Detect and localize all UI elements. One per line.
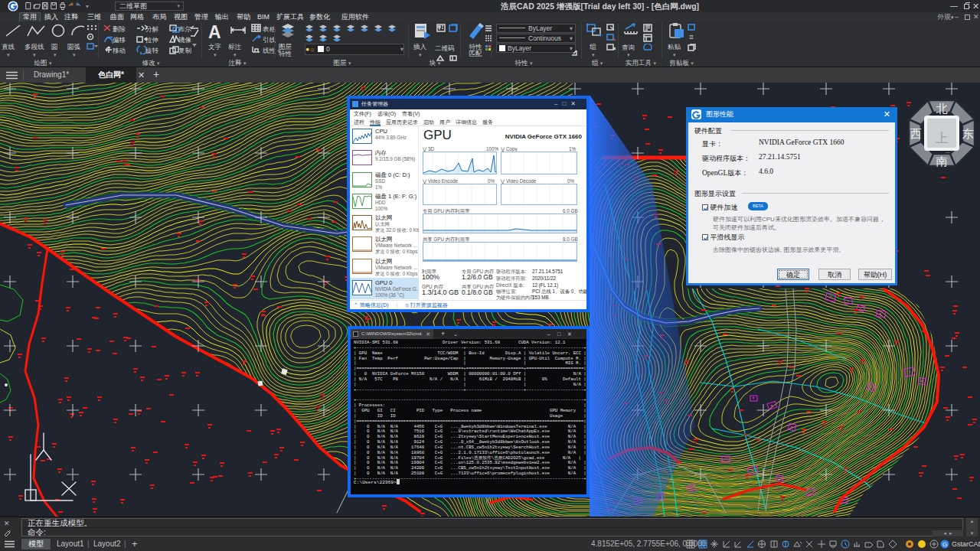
svg-text:G: G — [942, 541, 947, 548]
svg-text:南: 南 — [936, 155, 948, 168]
svg-text:上: 上 — [936, 131, 949, 145]
svg-text:北: 北 — [936, 102, 948, 115]
svg-text:西: 西 — [910, 127, 922, 140]
svg-text:东: 东 — [962, 127, 974, 140]
